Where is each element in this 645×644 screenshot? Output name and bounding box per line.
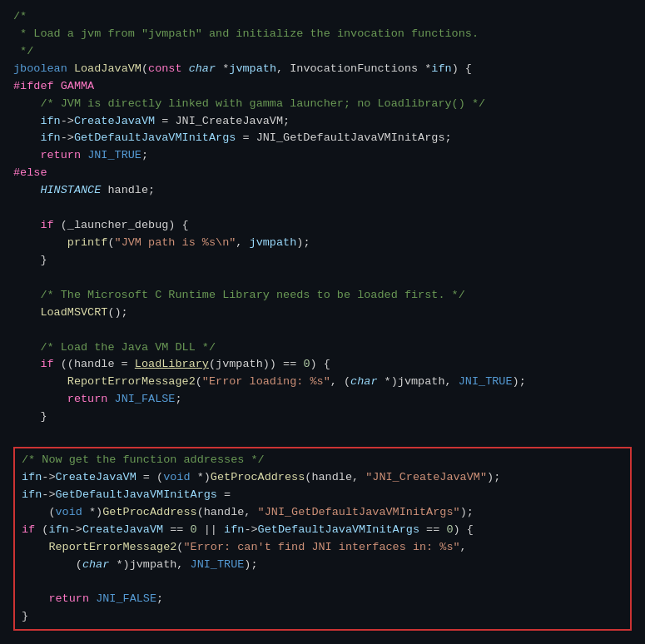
line-ifdef: #ifdef GAMMA: [13, 78, 632, 96]
line-else: #else: [13, 165, 632, 182]
line-jvm-comment: /* JVM is directly linked with gamma lau…: [13, 96, 632, 113]
highlighted-code-block: /* Now get the function addresses */ ifn…: [13, 447, 632, 631]
line-return-true1: return JNI_TRUE;: [13, 147, 632, 165]
line-comment-3: */: [13, 43, 632, 61]
line-report-error2a: ReportErrorMessage2("Error: can't find J…: [22, 539, 623, 557]
line-empty3: [13, 322, 632, 339]
line-empty1: [13, 200, 632, 217]
line-empty4: [13, 426, 632, 443]
line-createjavavm: ifn->CreateJavaVM = JNI_CreateJavaVM;: [13, 113, 632, 131]
line-close-if1: }: [13, 252, 632, 270]
line-getfunc-comment: /* Now get the function addresses */: [22, 452, 623, 469]
line-func-sig: jboolean LoadJavaVM(const char *jvmpath,…: [13, 61, 632, 78]
line-report-error1: ReportErrorMessage2("Error loading: %s",…: [13, 374, 632, 391]
line-getdefault: ifn->GetDefaultJavaVMInitArgs = JNI_GetD…: [13, 130, 632, 147]
line-empty5: [13, 634, 632, 644]
line-comment-1: /*: [13, 8, 632, 26]
line-hinstance: HINSTANCE handle;: [13, 182, 632, 200]
line-comment-2: * Load a jvm from "jvmpath" and initiali…: [13, 26, 632, 43]
line-close-if3: }: [22, 608, 623, 626]
line-return-false1: return JNI_FALSE;: [13, 391, 632, 409]
line-if-launcher: if (_launcher_debug) {: [13, 217, 632, 235]
line-if-handle: if ((handle = LoadLibrary(jvmpath)) == 0…: [13, 356, 632, 374]
line-printf: printf("JVM path is %s\n", jvmpath);: [13, 235, 632, 252]
line-report-error2b: (char *)jvmpath, JNI_TRUE);: [22, 557, 623, 574]
line-load-dll-comment: /* Load the Java VM DLL */: [13, 339, 632, 357]
line-getdefault2b: (void *)GetProcAddress(handle, "JNI_GetD…: [22, 504, 623, 522]
line-msvcrt-comment: /* The Microsoft C Runtime Library needs…: [13, 287, 632, 305]
line-loadmsvcrt: LoadMSVCRT();: [13, 305, 632, 322]
line-if-null-check: if (ifn->CreateJavaVM == 0 || ifn->GetDe…: [22, 522, 623, 539]
line-close-if2: }: [13, 409, 632, 426]
line-getdefault2a: ifn->GetDefaultJavaVMInitArgs =: [22, 487, 623, 504]
code-container: /* * Load a jvm from "jvmpath" and initi…: [0, 0, 645, 644]
line-empty-inner: [22, 574, 623, 592]
line-createjavavm2: ifn->CreateJavaVM = (void *)GetProcAddre…: [22, 469, 623, 487]
line-empty2: [13, 270, 632, 287]
line-return-false2: return JNI_FALSE;: [22, 591, 623, 608]
